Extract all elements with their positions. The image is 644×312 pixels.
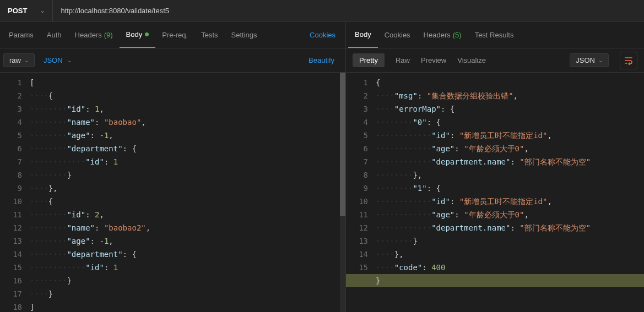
chevron-down-icon: ⌄ [40, 8, 45, 14]
body-subbar: raw⌄ JSON⌄ Beautify [0, 48, 345, 73]
rtab-test-results[interactable]: Test Results [468, 22, 521, 48]
line-gutter: 123456789101112131415161718 [0, 73, 30, 312]
modified-dot-icon [145, 32, 149, 36]
chevron-down-icon: ⌄ [67, 57, 72, 63]
rtab-body[interactable]: Body [348, 22, 378, 48]
chevron-down-icon: ⌄ [598, 57, 603, 63]
code-area[interactable]: [····{········"id": 1,········"name": "b… [30, 73, 345, 312]
tab-settings[interactable]: Settings [225, 22, 264, 48]
response-tabs: Body Cookies Headers(5) Test Results [346, 22, 644, 48]
cookies-link[interactable]: Cookies [302, 31, 343, 39]
scrollbar-thumb[interactable] [340, 73, 345, 216]
url-input[interactable] [53, 0, 644, 21]
tab-params[interactable]: Params [2, 22, 40, 48]
wrap-lines-icon[interactable] [620, 52, 637, 69]
chevron-down-icon: ⌄ [24, 57, 29, 63]
view-visualize[interactable]: Visualize [457, 56, 486, 64]
response-body-viewer[interactable]: 12345678910111213141516 {····"msg": "集合数… [346, 73, 644, 312]
response-pane: Body Cookies Headers(5) Test Results Pre… [346, 22, 644, 312]
http-method-label: POST [8, 7, 27, 15]
request-body-editor[interactable]: 123456789101112131415161718 [····{······… [0, 73, 345, 312]
response-format-select[interactable]: JSON⌄ [570, 53, 609, 67]
body-format-select[interactable]: JSON⌄ [39, 54, 76, 67]
body-type-select[interactable]: raw⌄ [3, 53, 35, 67]
view-pretty[interactable]: Pretty [353, 53, 385, 67]
tab-body[interactable]: Body [120, 22, 156, 48]
scrollbar-track[interactable] [340, 73, 345, 312]
response-view-tabs: Pretty Raw Preview Visualize JSON⌄ [346, 48, 644, 73]
rtab-headers[interactable]: Headers(5) [417, 22, 468, 48]
request-pane: Params Auth Headers(9) Body Pre-req. Tes… [0, 22, 346, 312]
beautify-button[interactable]: Beautify [301, 56, 342, 64]
rtab-cookies[interactable]: Cookies [378, 22, 417, 48]
tab-tests[interactable]: Tests [194, 22, 224, 48]
view-preview[interactable]: Preview [421, 56, 446, 64]
code-area: {····"msg": "集合数据分组校验出错",····"errorMap":… [376, 73, 644, 312]
http-method-select[interactable]: POST ⌄ [0, 0, 53, 21]
tab-headers[interactable]: Headers(9) [68, 22, 120, 48]
tab-prereq[interactable]: Pre-req. [155, 22, 194, 48]
request-tabs: Params Auth Headers(9) Body Pre-req. Tes… [0, 22, 345, 48]
tab-auth[interactable]: Auth [40, 22, 68, 48]
view-raw[interactable]: Raw [396, 56, 410, 64]
